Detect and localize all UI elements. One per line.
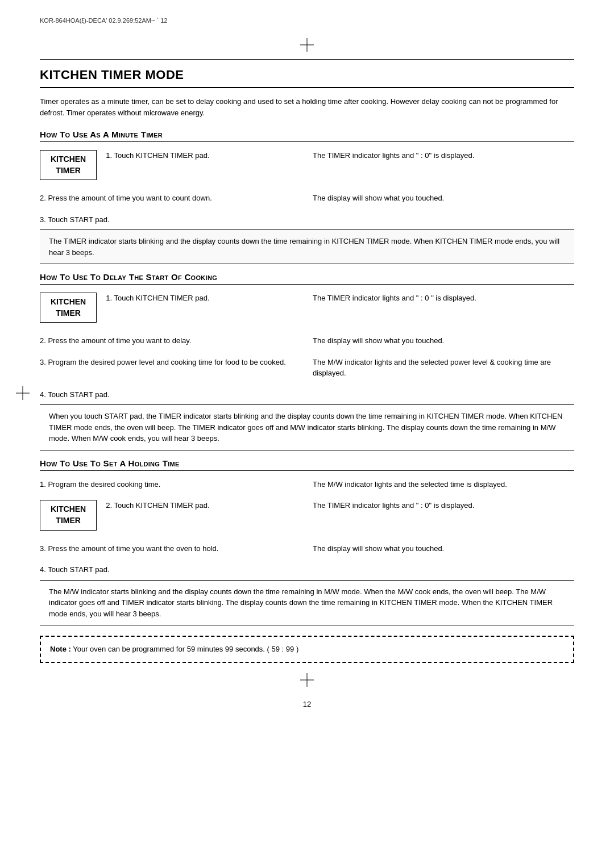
section1-right1: The TIMER indicator lights and " : 0" is… — [307, 150, 574, 187]
section2-left1: KITCHEN TIMER 1. Touch KITCHEN TIMER pad… — [40, 293, 307, 329]
section2-right1: The TIMER indicator lights and " : 0 " i… — [307, 293, 574, 329]
section3-step2-right: The TIMER indicator lights and " : 0" is… — [313, 500, 574, 511]
section3-step1-right: The M/W indicator lights and the selecte… — [313, 479, 574, 490]
section1-row2: 2. Press the amount of time you want to … — [40, 193, 574, 208]
section1-info-text: The TIMER indicator starts blinking and … — [49, 237, 559, 257]
section3-left2: KITCHEN TIMER 2. Touch KITCHEN TIMER pad… — [40, 500, 307, 537]
section2-step4: 4. Touch START pad. — [40, 389, 574, 400]
section2-step2-right: The display will show what you touched. — [313, 335, 574, 347]
section2-left2: 2. Press the amount of time you want to … — [40, 335, 307, 351]
section1-row1: KITCHEN TIMER 1. Touch KITCHEN TIMER pad… — [40, 150, 574, 187]
section1-step1-right: The TIMER indicator lights and " : 0" is… — [313, 150, 574, 161]
section2-right3: The M/W indicator lights and the selecte… — [307, 357, 574, 383]
section1-step1-left: 1. Touch KITCHEN TIMER pad. — [106, 150, 209, 161]
page-number: 12 — [40, 700, 574, 708]
section3-right2: The TIMER indicator lights and " : 0" is… — [307, 500, 574, 537]
section2-row2: 2. Press the amount of time you want to … — [40, 335, 574, 351]
section-delay-start: How To Use To Delay The Start Of Cooking… — [40, 272, 574, 450]
section2-right2: The display will show what you touched. — [307, 335, 574, 351]
section1-info-box: The TIMER indicator starts blinking and … — [40, 229, 574, 264]
section3-step2-left: 2. Touch KITCHEN TIMER pad. — [106, 500, 209, 511]
crosshair-bottom-icon — [300, 673, 314, 687]
section1-step2-right: The display will show what you touched. — [313, 193, 574, 204]
section2-step1-right: The TIMER indicator lights and " : 0 " i… — [313, 293, 574, 304]
section3-step3-right: The display will show what you touched. — [313, 543, 574, 554]
section2-title: How To Use To Delay The Start Of Cooking — [40, 272, 574, 285]
crosshair-left-icon — [16, 386, 30, 402]
section1-right2: The display will show what you touched. — [307, 193, 574, 208]
section1-step3: 3. Touch START pad. — [40, 214, 574, 226]
section3-step4: 4. Touch START pad. — [40, 564, 574, 575]
kt-label-2-line2: TIMER — [51, 308, 86, 319]
section-holding-time: How To Use To Set A Holding Time 1. Prog… — [40, 458, 574, 625]
section3-row1: 1. Program the desired cooking time. The… — [40, 479, 574, 495]
section3-left3: 3. Press the amount of time you want the… — [40, 543, 307, 559]
section2-step2-left: 2. Press the amount of time you want to … — [40, 335, 296, 347]
section3-right3: The display will show what you touched. — [307, 543, 574, 559]
section3-left1: 1. Program the desired cooking time. — [40, 479, 307, 495]
crosshair-top-icon — [300, 38, 314, 52]
kt-label-1-line2: TIMER — [51, 165, 86, 177]
kt-label-2-line1: KITCHEN — [51, 297, 86, 308]
section2-step1-left: 1. Touch KITCHEN TIMER pad. — [106, 293, 209, 304]
section3-step1-left: 1. Program the desired cooking time. — [40, 479, 296, 490]
kt-label-1-line1: KITCHEN — [51, 154, 86, 165]
section3-info-box: The M/W indicator starts blinking and th… — [40, 580, 574, 626]
note-text: Your oven can be programmed for 59 minut… — [73, 645, 298, 653]
section2-info-text: When you touch START pad, the TIMER indi… — [49, 412, 562, 443]
section1-step2-left: 2. Press the amount of time you want to … — [40, 193, 296, 204]
section2-step3-left: 3. Program the desired power level and c… — [40, 357, 296, 368]
section3-row2: KITCHEN TIMER 2. Touch KITCHEN TIMER pad… — [40, 500, 574, 537]
section-minute-timer: How To Use As A Minute Timer KITCHEN TIM… — [40, 130, 574, 264]
section3-row3: 3. Press the amount of time you want the… — [40, 543, 574, 559]
section2-step3-right: The M/W indicator lights and the selecte… — [313, 357, 574, 379]
kt-label-3-line2: TIMER — [51, 515, 86, 527]
section3-info-text: The M/W indicator starts blinking and th… — [49, 587, 553, 618]
kitchen-timer-box-1: KITCHEN TIMER — [40, 150, 97, 180]
section1-left2: 2. Press the amount of time you want to … — [40, 193, 307, 208]
kitchen-timer-box-2: KITCHEN TIMER — [40, 293, 97, 323]
page-title: KITCHEN TIMER MODE — [40, 68, 574, 88]
section1-title: How To Use As A Minute Timer — [40, 130, 574, 142]
section1-left1: KITCHEN TIMER 1. Touch KITCHEN TIMER pad… — [40, 150, 307, 187]
kitchen-timer-box-3: KITCHEN TIMER — [40, 500, 97, 530]
doc-header: KOR-864HOA(ξ)-DECA' 02.9.269:52AM~ ` 12 — [40, 17, 574, 27]
section2-row1: KITCHEN TIMER 1. Touch KITCHEN TIMER pad… — [40, 293, 574, 329]
doc-ref: KOR-864HOA(ξ)-DECA' 02.9.269:52AM~ ` 12 — [40, 17, 167, 24]
intro-text: Timer operates as a minute timer, can be… — [40, 96, 574, 118]
note-label: Note : — [50, 645, 71, 653]
section3-step3-left: 3. Press the amount of time you want the… — [40, 543, 296, 554]
section3-title: How To Use To Set A Holding Time — [40, 458, 574, 471]
section2-info-box: When you touch START pad, the TIMER indi… — [40, 404, 574, 450]
kt-label-3-line1: KITCHEN — [51, 504, 86, 515]
section3-right1: The M/W indicator lights and the selecte… — [307, 479, 574, 495]
section2-row3: 3. Program the desired power level and c… — [40, 357, 574, 383]
note-box: Note : Your oven can be programmed for 5… — [40, 636, 574, 663]
section2-left3: 3. Program the desired power level and c… — [40, 357, 307, 383]
